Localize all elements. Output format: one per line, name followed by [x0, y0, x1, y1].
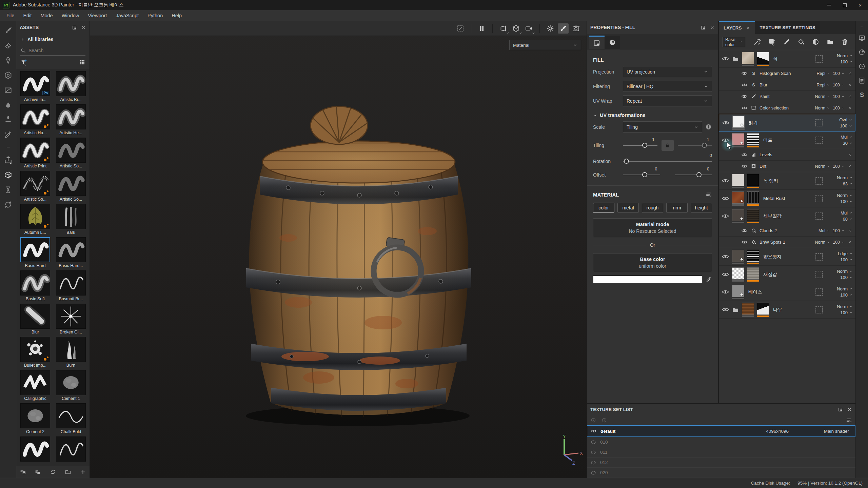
close-icon[interactable]: [848, 152, 852, 157]
opacity-select[interactable]: 100: [840, 257, 853, 262]
layer-thumbnail-image[interactable]: [732, 116, 745, 128]
clone-tool-icon[interactable]: [4, 116, 13, 124]
barrel-3d-model[interactable]: [237, 85, 478, 429]
opacity-select[interactable]: 100: [840, 123, 852, 128]
menu-item-window[interactable]: Window: [57, 11, 84, 20]
layer-effect-row[interactable]: PaintNorm100: [719, 91, 855, 102]
asset-tile[interactable]: Artistic So...: [54, 138, 88, 168]
layer-thumbnail-image[interactable]: [732, 133, 744, 145]
float-panel-icon[interactable]: [838, 407, 843, 412]
eye-icon[interactable]: [722, 306, 729, 313]
tab-properties[interactable]: [589, 36, 605, 49]
layer-row[interactable]: 세부질감Mul68: [719, 207, 855, 225]
add-effect-wand-icon[interactable]: [753, 38, 761, 46]
slider-knob[interactable]: [702, 143, 707, 148]
info-icon[interactable]: [705, 123, 712, 130]
eraser-tool-icon[interactable]: [4, 41, 13, 50]
close-panel-icon[interactable]: [710, 25, 715, 30]
layer-row[interactable]: 밝기Ovrl100: [719, 114, 855, 131]
effect-opacity-select[interactable]: 100: [833, 228, 845, 233]
resources-icon[interactable]: [4, 200, 13, 209]
layer-thumbnail-image[interactable]: [732, 174, 744, 186]
mask-thumbnail-image[interactable]: [757, 303, 769, 315]
float-panel-icon[interactable]: [72, 25, 77, 30]
all-libraries-row[interactable]: All libraries: [16, 34, 90, 45]
layer-row[interactable]: 쇠Norm100: [719, 50, 855, 68]
layer-effect-row[interactable]: SBlurRepl100: [719, 79, 855, 91]
layer-row[interactable]: 재질감Norm100: [719, 266, 855, 283]
substance-share-icon[interactable]: S: [858, 91, 866, 99]
add-paint-layer-icon[interactable]: [783, 38, 790, 46]
channel-button-nrm[interactable]: nrm: [666, 203, 688, 213]
dock-handle-icon[interactable]: [859, 25, 865, 28]
eye-icon[interactable]: [591, 428, 597, 434]
layer-row[interactable]: Metal RustNorm100: [719, 190, 855, 207]
asset-thumbnail[interactable]: [56, 270, 86, 296]
assets-library-icon[interactable]: [4, 170, 13, 179]
asset-tile[interactable]: Calligraphic: [18, 370, 52, 401]
add-smart-material-icon[interactable]: [812, 38, 820, 46]
close-icon[interactable]: [848, 228, 852, 233]
effect-opacity-select[interactable]: 100: [833, 83, 845, 87]
layer-thumbnail-image[interactable]: [732, 267, 744, 280]
tiling-x-slider[interactable]: 1: [623, 142, 657, 148]
blend-mode-select[interactable]: Mul: [841, 135, 853, 140]
tab-layers[interactable]: LAYERS: [719, 21, 755, 34]
close-panel-icon[interactable]: [847, 407, 852, 412]
eye-icon[interactable]: [741, 82, 748, 88]
add-fill-icon[interactable]: [768, 38, 776, 46]
layer-effect-row[interactable]: Levels: [719, 149, 855, 161]
layer-row[interactable]: 베이스Norm100: [719, 283, 855, 301]
texset-visibility-icon[interactable]: [590, 417, 596, 423]
offset-y-slider[interactable]: 0: [675, 172, 712, 178]
close-button[interactable]: ×: [852, 0, 868, 10]
eye-icon[interactable]: [722, 177, 729, 185]
menu-item-help[interactable]: Help: [167, 11, 186, 20]
base-color-button[interactable]: Base color uniform color: [593, 253, 712, 272]
blend-mode-select[interactable]: Mul: [841, 210, 853, 216]
eye-icon[interactable]: [741, 105, 748, 111]
asset-thumbnail[interactable]: [56, 403, 86, 428]
asset-thumbnail[interactable]: [20, 237, 50, 262]
minimize-button[interactable]: [821, 0, 837, 10]
solo-material-button[interactable]: [511, 23, 521, 34]
texture-set-row[interactable]: 010: [587, 437, 855, 447]
channel-button-height[interactable]: height: [691, 203, 712, 213]
layer-effect-row[interactable]: BnW Spots 1Norm100: [719, 237, 855, 248]
asset-tile[interactable]: Chalk Bold: [54, 403, 88, 434]
eye-icon[interactable]: [722, 253, 729, 261]
eye-circle-icon[interactable]: [590, 470, 596, 476]
mask-thumbnail-image[interactable]: [747, 191, 759, 204]
slider-knob[interactable]: [624, 159, 629, 164]
import-resource-icon[interactable]: [20, 469, 26, 475]
eye-icon[interactable]: [741, 93, 748, 100]
add-group-icon[interactable]: [826, 38, 834, 46]
eye-icon[interactable]: [722, 288, 729, 296]
asset-tile[interactable]: Bullet Imp...: [18, 337, 52, 368]
baking-icon[interactable]: [4, 185, 13, 194]
asset-thumbnail[interactable]: [56, 71, 86, 96]
display-settings-icon[interactable]: [858, 34, 866, 42]
paint-tool-button[interactable]: [558, 23, 569, 34]
layer-effect-row[interactable]: Color selectionNorm100: [719, 102, 855, 114]
eye-icon[interactable]: [722, 119, 730, 127]
asset-tile[interactable]: Artistic Print: [18, 138, 52, 168]
opacity-select[interactable]: 100: [840, 59, 853, 64]
close-panel-icon[interactable]: [81, 25, 86, 30]
menu-item-mode[interactable]: Mode: [36, 11, 57, 20]
opacity-select[interactable]: 30: [843, 141, 853, 146]
asset-tile[interactable]: Basic Soft: [18, 270, 52, 301]
eye-icon[interactable]: [722, 55, 729, 63]
viewer-settings-icon[interactable]: [858, 48, 866, 56]
asset-thumbnail[interactable]: Ps: [20, 71, 50, 96]
viewport-display-mode-select[interactable]: Material: [509, 40, 581, 50]
asset-tile[interactable]: Autumn L...: [18, 204, 52, 235]
asset-thumbnail[interactable]: [56, 204, 86, 229]
asset-thumbnail[interactable]: [56, 138, 86, 163]
effect-opacity-select[interactable]: 100: [833, 164, 845, 169]
asset-tile[interactable]: [54, 436, 88, 463]
history-icon[interactable]: [858, 63, 866, 70]
stencil-button[interactable]: [455, 23, 466, 34]
effect-blend-select[interactable]: Norm: [815, 240, 830, 245]
add-fill-layer-icon[interactable]: [797, 38, 805, 46]
